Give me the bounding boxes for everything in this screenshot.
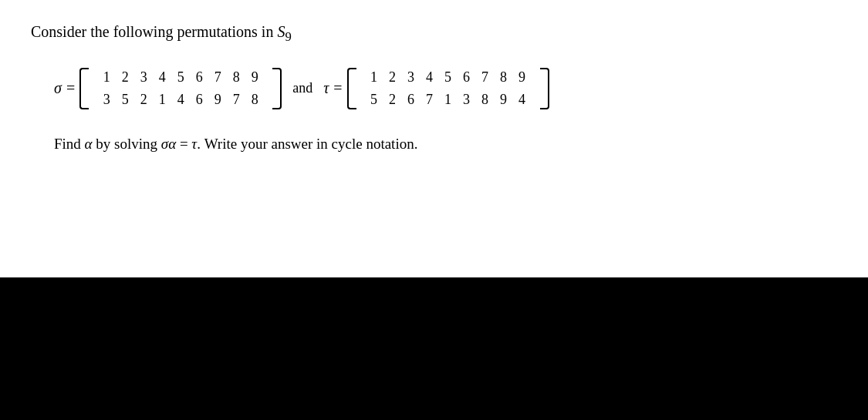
sigma-equals: = (66, 79, 75, 97)
main-content: Consider the following permutations in S… (0, 0, 868, 277)
permutation-row: σ = 1 2 3 4 5 6 7 8 9 3 5 (54, 66, 837, 111)
sigma-bracket-left (79, 68, 89, 109)
and-label: and (292, 80, 312, 96)
tau-label: τ (323, 79, 329, 97)
tau-bracket-right (540, 68, 549, 109)
tau-bracket-left (347, 68, 356, 109)
tau-matrix: 1 2 3 4 5 6 7 8 9 5 2 6 7 1 3 8 (360, 66, 537, 111)
sigma-matrix-wrap: 1 2 3 4 5 6 7 8 9 3 5 2 1 4 6 9 (79, 66, 282, 111)
sigma-bracket-right (272, 68, 282, 109)
sigma-matrix: 1 2 3 4 5 6 7 8 9 3 5 2 1 4 6 9 (92, 66, 269, 111)
sigma-bot-row: 3 5 2 1 4 6 9 7 8 (101, 89, 260, 111)
title-subscript: S9 (277, 23, 291, 40)
question-line: Find α by solving σα = τ. Write your ans… (54, 133, 837, 156)
title-line: Consider the following permutations in S… (31, 23, 837, 45)
sigma-label: σ (54, 79, 62, 97)
bottom-black-bar (0, 277, 868, 420)
tau-matrix-wrap: 1 2 3 4 5 6 7 8 9 5 2 6 7 1 3 8 (347, 66, 549, 111)
tau-equals: = (333, 79, 342, 97)
tau-top-row: 1 2 3 4 5 6 7 8 9 (369, 66, 528, 89)
tau-bot-row: 5 2 6 7 1 3 8 9 4 (369, 89, 528, 111)
sigma-top-row: 1 2 3 4 5 6 7 8 9 (101, 66, 260, 89)
title-text: Consider the following permutations in (31, 23, 277, 40)
